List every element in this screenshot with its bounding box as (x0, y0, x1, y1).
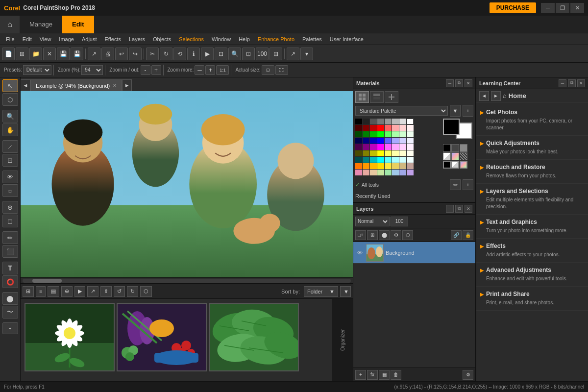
foreground-color-swatch[interactable] (443, 119, 460, 135)
palette-options-btn[interactable]: ▼ (450, 105, 461, 117)
straighten-tool[interactable]: ⟋ (2, 140, 18, 153)
open-button[interactable]: 📁 (29, 48, 42, 60)
menu-effects[interactable]: Effects (101, 35, 125, 43)
zoom-out-btn[interactable]: - (141, 65, 150, 75)
menu-edit[interactable]: Edit (19, 35, 36, 43)
org-thumbnails-btn[interactable]: ⊞ (23, 286, 34, 297)
lc-close-btn[interactable]: ✕ (577, 79, 585, 87)
swatch-36[interactable] (377, 150, 384, 156)
print-button[interactable]: 🖨 (101, 48, 114, 60)
menu-adjust[interactable]: Adjust (78, 35, 101, 43)
swatch-19[interactable] (370, 138, 377, 144)
info-button[interactable]: ℹ (187, 48, 200, 60)
delete-layer-btn[interactable]: 🗑 (391, 370, 401, 380)
small-swatch-3[interactable] (460, 144, 467, 152)
layer-lock-btn[interactable]: 🔒 (463, 230, 473, 240)
screen-button[interactable]: ⊡ (215, 48, 227, 60)
layer-fill-btn[interactable]: ▦ (379, 370, 390, 380)
horizontal-scrollbar[interactable] (21, 277, 353, 283)
palette-add-btn[interactable]: + (463, 105, 473, 117)
mat-tab-palette[interactable] (355, 91, 369, 103)
scroll-thumb[interactable] (32, 279, 62, 283)
zoom-select[interactable]: 94 (81, 65, 103, 75)
menu-help[interactable]: Help (235, 35, 254, 43)
lc-section-header-3[interactable]: ▶ Layers and Selections (476, 184, 588, 196)
swatch-41[interactable] (355, 157, 362, 163)
restore-button[interactable]: ❐ (556, 3, 569, 13)
org-toggle-btn[interactable]: ▼ (340, 286, 351, 297)
lc-minimize-btn[interactable]: ─ (559, 79, 566, 87)
undo-button[interactable]: ↩ (115, 48, 128, 60)
lc-section-header-6[interactable]: ▶ Advanced Adjustments (476, 263, 588, 275)
zoom-out-button[interactable]: 🔍 (228, 48, 241, 60)
layer-settings-btn[interactable]: ⚙ (463, 370, 473, 380)
org-expand-btn[interactable]: ⬡ (140, 286, 152, 297)
pan-tool[interactable]: ✋ (2, 123, 18, 136)
swatch-37[interactable] (385, 150, 392, 156)
org-rotate-left-btn[interactable]: ↺ (114, 286, 125, 297)
lc-forward-btn[interactable]: ► (491, 91, 501, 101)
menu-user-interface[interactable]: User Interface (326, 35, 368, 43)
swatch-27[interactable] (370, 144, 377, 150)
plus-icon-btn[interactable]: + (463, 179, 473, 190)
layers-float-btn[interactable]: ⧉ (455, 205, 463, 213)
swatch-3[interactable] (370, 125, 377, 131)
crop-tool[interactable]: ⊡ (2, 154, 18, 167)
swatch-50[interactable] (363, 163, 369, 169)
small-swatch-gradient[interactable] (451, 152, 459, 160)
redeye-tool[interactable]: 👁 (2, 171, 18, 183)
color-gray[interactable] (377, 119, 384, 124)
dodge-tool[interactable]: ⬤ (2, 292, 18, 305)
swatch-45[interactable] (385, 157, 392, 163)
swatch-15[interactable] (399, 131, 406, 137)
swatch-32[interactable] (407, 144, 414, 150)
swatch-52[interactable] (377, 163, 384, 169)
script-button[interactable]: ▶ (201, 48, 214, 60)
mat-tab-swatches[interactable] (370, 91, 384, 103)
share-button[interactable]: ↗ (88, 48, 100, 60)
layer-fx-btn[interactable]: fx (367, 370, 378, 380)
materials-minimize-btn[interactable]: ─ (446, 79, 454, 87)
swatch-62[interactable] (392, 170, 399, 175)
canvas-tab-close[interactable]: ✕ (113, 83, 117, 88)
swatch-42[interactable] (363, 157, 369, 163)
blend-mode-select[interactable]: Normal (355, 217, 390, 226)
swatch-2[interactable] (363, 125, 369, 131)
swatch-26[interactable] (363, 144, 369, 150)
menu-enhance-photo[interactable]: Enhance Photo (254, 35, 298, 43)
materials-close-btn[interactable]: ✕ (465, 79, 472, 87)
save-button[interactable]: 💾 (57, 48, 70, 60)
photo-canvas[interactable] (21, 91, 353, 277)
brush-icon-btn[interactable]: ✏ (450, 179, 461, 190)
org-map-btn[interactable]: ⊕ (61, 286, 73, 297)
color-darkgray2[interactable] (370, 119, 377, 124)
freehand-select-tool[interactable]: ⬡ (2, 93, 18, 106)
lc-section-header-7[interactable]: ▶ Print and Share (476, 287, 588, 299)
swatch-59[interactable] (370, 170, 377, 175)
fit-to-window-btn[interactable]: ⊡ (262, 65, 274, 75)
thumbnail-leaves[interactable] (209, 303, 299, 371)
layers-minimize-btn[interactable]: ─ (446, 205, 454, 213)
menu-image[interactable]: Image (55, 35, 78, 43)
small-swatch-stroke-3[interactable] (460, 161, 467, 169)
zoom-tool[interactable]: 🔍 (2, 110, 18, 122)
swatch-58[interactable] (363, 170, 369, 175)
layer-row-background[interactable]: 👁 Background (353, 242, 475, 264)
lc-float-btn[interactable]: ⧉ (568, 79, 576, 87)
small-swatch-stroke-2[interactable] (451, 161, 459, 169)
clone-tool[interactable]: ⊕ (2, 201, 18, 214)
lc-section-header-2[interactable]: ▶ Retouch and Restore (476, 160, 588, 172)
rotate-button[interactable]: ↻ (160, 48, 172, 60)
add-layer-bottom-btn[interactable]: + (355, 370, 366, 380)
palette-dropdown[interactable]: Standard Palette (355, 106, 448, 116)
swatch-1[interactable] (355, 125, 362, 131)
swatch-51[interactable] (370, 163, 377, 169)
color-white[interactable] (407, 119, 414, 124)
color-black[interactable] (355, 119, 362, 124)
swatch-16[interactable] (407, 131, 414, 137)
org-rotate-right-btn[interactable]: ↻ (127, 286, 138, 297)
swatch-12[interactable] (377, 131, 384, 137)
color-darkgray1[interactable] (363, 119, 369, 124)
canvas-tab-example[interactable]: Example @ 94% (Background) ✕ (30, 79, 122, 91)
swatch-11[interactable] (370, 131, 377, 137)
